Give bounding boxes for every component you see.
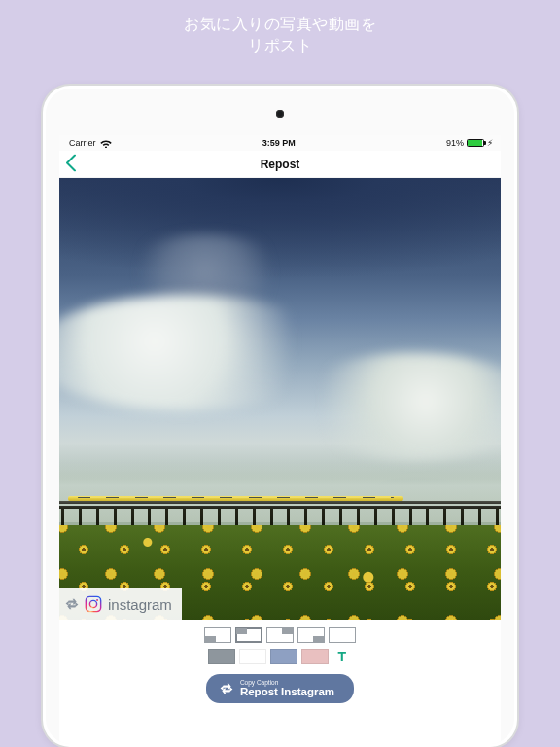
status-bar: Carrier 3:59 PM 91% ⚡︎: [59, 135, 501, 151]
charging-icon: ⚡︎: [487, 138, 493, 148]
repost-icon: [65, 598, 79, 610]
color-swatch-1[interactable]: [239, 649, 266, 664]
nav-bar: Repost: [59, 151, 501, 178]
battery-percent: 91%: [446, 138, 464, 148]
page-title: Repost: [261, 158, 300, 171]
repost-icon: [220, 683, 233, 694]
color-swatch-3[interactable]: [301, 649, 329, 664]
attribution-username: instagram: [108, 596, 172, 613]
repost-attribution-badge: instagram: [59, 588, 182, 620]
status-left: Carrier: [69, 138, 112, 148]
repost-button[interactable]: Copy Caption Repost Instagram: [206, 674, 354, 703]
tablet-frame: Carrier 3:59 PM 91% ⚡︎: [43, 86, 517, 747]
badge-color-row: T: [208, 649, 352, 664]
svg-rect-0: [86, 596, 100, 611]
status-right: 91% ⚡︎: [446, 138, 491, 148]
status-time: 3:59 PM: [262, 138, 296, 148]
color-swatch-0[interactable]: [208, 649, 235, 664]
wifi-icon: [100, 139, 112, 148]
tablet-camera: [276, 110, 284, 118]
color-swatch-2[interactable]: [270, 649, 298, 664]
controls-panel: T Copy Caption Repost Instagram: [59, 620, 501, 703]
badge-position-row: [204, 627, 356, 643]
position-option-tr[interactable]: [266, 627, 294, 643]
promo-line-2: リポスト: [0, 35, 560, 56]
position-option-none[interactable]: [329, 627, 356, 643]
position-option-bl[interactable]: [204, 627, 231, 643]
photo-bridge: [59, 498, 501, 525]
svg-point-2: [96, 599, 98, 601]
post-photo[interactable]: instagram: [59, 178, 501, 620]
cta-small-label: Copy Caption: [240, 680, 278, 687]
svg-point-1: [89, 600, 96, 607]
cta-big-label: Repost Instagram: [240, 687, 334, 698]
back-button[interactable]: [65, 154, 77, 174]
position-option-br[interactable]: [298, 627, 325, 643]
tablet-bezel: Carrier 3:59 PM 91% ⚡︎: [46, 89, 514, 744]
promo-line-1: お気に入りの写真や動画を: [0, 14, 560, 35]
instagram-icon: [85, 595, 102, 613]
text-toggle-button[interactable]: T: [332, 649, 352, 664]
photo-train: [68, 496, 403, 501]
promo-text: お気に入りの写真や動画を リポスト: [0, 0, 560, 55]
app-screen: Carrier 3:59 PM 91% ⚡︎: [59, 135, 501, 744]
battery-icon: [467, 139, 484, 147]
position-option-tl[interactable]: [235, 627, 262, 643]
carrier-label: Carrier: [69, 138, 96, 148]
promo-backdrop: お気に入りの写真や動画を リポスト Carrier 3:59 PM 91%: [0, 0, 560, 747]
